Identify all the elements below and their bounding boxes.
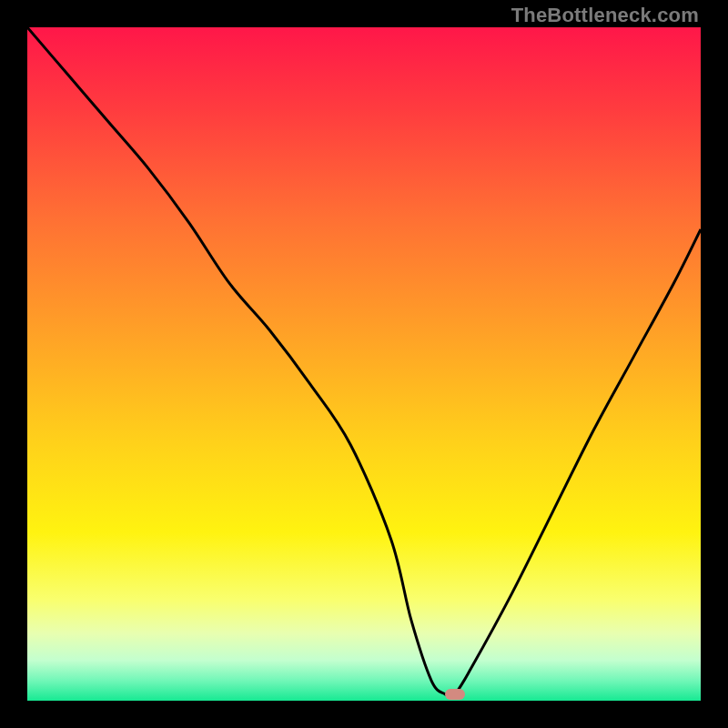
bottleneck-curve xyxy=(27,27,701,696)
plot-area xyxy=(27,27,701,701)
optimal-marker xyxy=(445,689,465,700)
watermark-text: TheBottleneck.com xyxy=(511,4,699,27)
curve-layer xyxy=(27,27,701,701)
chart-frame: TheBottleneck.com xyxy=(0,0,728,728)
